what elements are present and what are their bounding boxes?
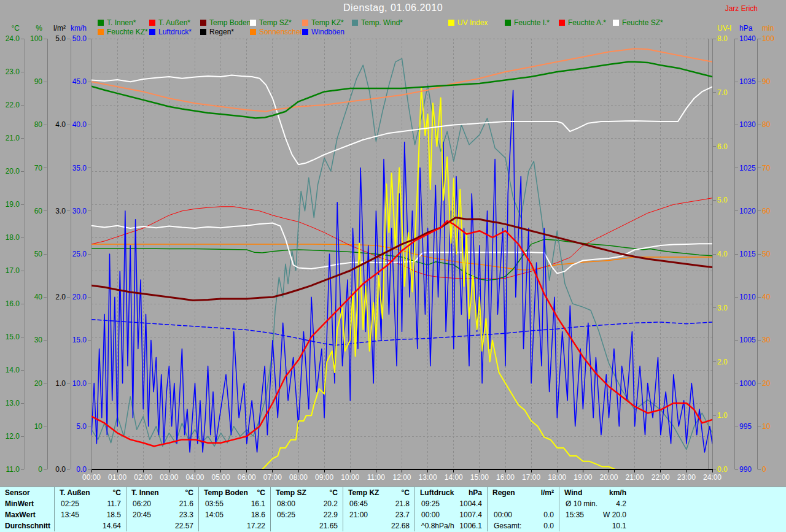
svg-text:07:00: 07:00 [263,473,282,482]
svg-text:4.0: 4.0 [55,120,66,129]
sensor-unit: l/m² [541,488,559,497]
svg-text:00:00: 00:00 [82,473,101,482]
svg-text:1020: 1020 [739,207,756,215]
sensor-name: Wind [559,488,582,497]
svg-text:15.0: 15.0 [6,333,20,341]
row-label: Durchschnitt [5,522,50,530]
sensor-name: Temp KZ [343,488,379,497]
chart-canvas: 24.023.022.021.020.019.018.017.016.015.0… [0,0,786,488]
table-header-cell: Temp SZ°C [270,487,343,498]
stat-value: 0.0 [543,522,559,530]
svg-text:11:00: 11:00 [367,473,385,482]
svg-text:30: 30 [34,336,43,344]
svg-text:80: 80 [34,120,43,129]
svg-text:40: 40 [34,293,43,301]
weather-chart: 24.023.022.021.020.019.018.017.016.015.0… [0,0,786,488]
svg-text:1035: 1035 [739,77,756,86]
svg-text:1005: 1005 [739,336,756,344]
stat-value: 23.7 [395,511,414,519]
svg-text:35.0: 35.0 [72,164,87,172]
table-row-label-cell: MaxWert [0,509,54,520]
table-header-cell: LuftdruckhPa [414,487,487,498]
svg-text:14.0: 14.0 [6,366,20,374]
table-value-cell: ^0.8hPa/h1006.1 [414,520,487,531]
svg-text:17:00: 17:00 [522,473,540,482]
svg-text:0.0: 0.0 [76,465,87,474]
table-corner-label: Sensor [5,488,30,497]
sensor-unit: °C [402,488,414,497]
svg-text:21.0: 21.0 [6,134,20,142]
stat-value: 4.2 [616,499,631,508]
svg-text:1015: 1015 [739,250,756,258]
svg-text:1025: 1025 [739,164,756,172]
svg-text:1.0: 1.0 [717,411,728,420]
stat-value: 18.6 [251,511,270,519]
table-value-cell: 14:0518.6 [198,509,270,520]
svg-text:50: 50 [34,250,43,258]
stat-time: 02:25 [55,499,79,508]
sensor-name: Temp SZ [271,488,306,497]
table-value-cell: 22.57 [126,520,198,531]
svg-text:23.0: 23.0 [6,67,20,76]
svg-text:20: 20 [762,379,771,388]
svg-text:20.0: 20.0 [6,167,20,175]
svg-text:995: 995 [739,422,752,431]
svg-text:21:00: 21:00 [626,473,644,482]
svg-text:1010: 1010 [739,293,756,301]
svg-text:2.0: 2.0 [55,293,66,301]
table-row-label-cell: Durchschnitt [0,520,54,531]
svg-text:15.0: 15.0 [72,336,87,344]
table-value-cell: 09:251004.4 [414,498,487,509]
svg-text:24:00: 24:00 [703,473,722,482]
table-value-cell: 21.65 [270,520,343,531]
svg-text:10:00: 10:00 [341,473,359,482]
svg-text:12.0: 12.0 [6,432,20,441]
stat-time: 21:00 [343,511,368,519]
svg-text:min: min [762,24,774,33]
table-value-cell: 03:5516.1 [198,498,270,509]
sensor-unit: hPa [469,488,487,497]
table-header-cell: T. Innen°C [126,487,198,498]
stat-time: 00:00 [415,511,440,519]
svg-text:11.0: 11.0 [6,465,20,474]
table-value-cell: 10.1 [559,520,786,531]
table-value-cell: 17.22 [198,520,270,531]
sensor-unit: °C [257,488,270,497]
table-value-cell [487,498,559,509]
svg-text:90: 90 [762,77,771,86]
svg-text:3.0: 3.0 [717,304,728,312]
svg-text:5.0: 5.0 [55,34,66,43]
table-header-cell: Regenl/m² [487,487,559,498]
stat-time: 09:25 [415,499,440,508]
stat-value: 21.65 [319,522,343,530]
table-value-cell: 22.68 [343,520,414,531]
table-value-cell: 21:0023.7 [343,509,414,520]
table-header-cell: Temp KZ°C [343,487,414,498]
svg-text:09:00: 09:00 [315,473,333,482]
row-label: MaxWert [5,511,36,519]
sensor-name: Temp Boden [199,488,248,497]
table-value-cell: 15:35W 20.0 [559,509,786,520]
stat-value: 11.7 [107,499,126,508]
svg-text:60: 60 [762,207,771,215]
svg-text:70: 70 [762,164,771,172]
table-header-cell: Windkm/h [559,487,786,498]
table-value-cell: 06:2021.6 [126,498,198,509]
svg-text:25.0: 25.0 [72,250,87,258]
svg-text:8.0: 8.0 [717,34,728,43]
svg-text:hPa: hPa [739,24,753,33]
stat-value: 21.6 [179,499,198,508]
row-label: MinWert [5,499,34,508]
svg-text:18.0: 18.0 [6,233,20,242]
svg-text:13:00: 13:00 [419,473,437,482]
sensor-unit: °C [113,488,126,497]
table-header-cell: Temp Boden°C [198,487,270,498]
weather-app-window: Dienstag, 01.06.2010 Jarz Erich T. Innen… [0,0,786,532]
svg-text:50.0: 50.0 [72,34,87,43]
svg-text:08:00: 08:00 [289,473,308,482]
table-row-label-cell: MinWert [0,498,54,509]
stat-time: 03:55 [199,499,224,508]
table-header-cell: T. Außen°C [54,487,126,498]
table-value-cell: 20:4523.3 [126,509,198,520]
stat-time: Ø 10 min. [559,499,597,508]
